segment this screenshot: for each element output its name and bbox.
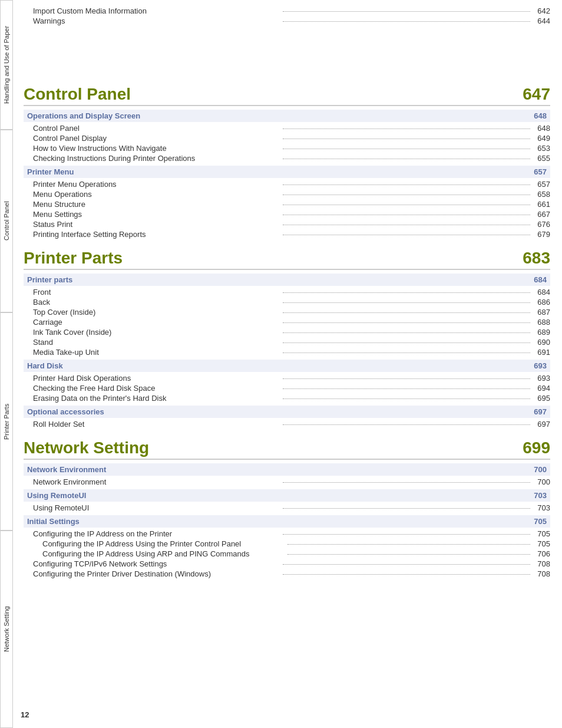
section-entries-initial-settings: Configuring the IP Address on the Printe… bbox=[24, 529, 550, 579]
toc-entry: Menu Settings 667 bbox=[24, 209, 550, 219]
side-tab-printer: Printer Parts bbox=[0, 312, 13, 531]
toc-entry: Configuring the IP Address on the Printe… bbox=[24, 529, 550, 539]
main-content: Import Custom Media Information 642 Warn… bbox=[24, 0, 550, 728]
toc-entry: Media Take-up Unit 691 bbox=[24, 347, 550, 357]
chapter-control-panel: Control Panel 647 bbox=[24, 85, 550, 106]
spacer bbox=[24, 28, 550, 75]
side-tab-handling: Handling and Use of Paper bbox=[0, 0, 13, 130]
chapter-title-text: Control Panel bbox=[24, 85, 131, 104]
toc-entry: Configuring the IP Address Using the Pri… bbox=[24, 539, 550, 549]
toc-entry: Printer Menu Operations 657 bbox=[24, 179, 550, 189]
toc-entry: Roll Holder Set 697 bbox=[24, 419, 550, 429]
toc-entry: Network Environment 700 bbox=[24, 477, 550, 487]
toc-entry: Checking the Free Hard Disk Space 694 bbox=[24, 383, 550, 393]
toc-entry: Menu Structure 661 bbox=[24, 199, 550, 209]
toc-entry: Printer Hard Disk Operations 693 bbox=[24, 373, 550, 383]
side-tabs: Handling and Use of Paper Control Panel … bbox=[0, 0, 16, 728]
chapter-page-number: 647 bbox=[523, 85, 550, 104]
section-entries-hard-disk: Printer Hard Disk Operations 693 Checkin… bbox=[24, 373, 550, 403]
toc-entry: Configuring the IP Address Using ARP and… bbox=[24, 549, 550, 559]
toc-entry: Configuring the Printer Driver Destinati… bbox=[24, 569, 550, 579]
toc-entry: Back 686 bbox=[24, 297, 550, 307]
section-printer-parts: Printer parts 684 bbox=[24, 274, 550, 286]
top-entries: Import Custom Media Information 642 Warn… bbox=[24, 6, 550, 26]
section-entries-remoteui: Using RemoteUI 703 bbox=[24, 503, 550, 513]
toc-entry: Checking Instructions During Printer Ope… bbox=[24, 153, 550, 163]
chapter-printer-parts: Printer Parts 683 bbox=[24, 249, 550, 270]
page-container: Handling and Use of Paper Control Panel … bbox=[0, 0, 562, 728]
toc-entry: Control Panel 648 bbox=[24, 123, 550, 133]
toc-entry: Control Panel Display 649 bbox=[24, 133, 550, 143]
toc-entry: Printing Interface Setting Reports 679 bbox=[24, 229, 550, 239]
section-operations-display: Operations and Display Screen 648 bbox=[24, 110, 550, 122]
toc-entry: Menu Operations 658 bbox=[24, 189, 550, 199]
toc-entry: Front 684 bbox=[24, 287, 550, 297]
side-tab-network: Network Setting bbox=[0, 531, 13, 728]
toc-entry: Configuring TCP/IPv6 Network Settings 70… bbox=[24, 559, 550, 569]
toc-entry: Import Custom Media Information 642 bbox=[24, 6, 550, 16]
section-entries-optional: Roll Holder Set 697 bbox=[24, 419, 550, 429]
toc-entry: Using RemoteUI 703 bbox=[24, 503, 550, 513]
section-optional-accessories: Optional accessories 697 bbox=[24, 406, 550, 418]
toc-entry: Stand 690 bbox=[24, 337, 550, 347]
chapter-network-setting: Network Setting 699 bbox=[24, 439, 550, 460]
section-entries-network-env: Network Environment 700 bbox=[24, 477, 550, 487]
toc-entry: How to View Instructions With Navigate 6… bbox=[24, 143, 550, 153]
chapter-page-number: 683 bbox=[523, 249, 550, 268]
section-hard-disk: Hard Disk 693 bbox=[24, 360, 550, 372]
page-number: 12 bbox=[21, 710, 29, 719]
side-tab-control: Control Panel bbox=[0, 130, 13, 312]
section-initial-settings: Initial Settings 705 bbox=[24, 515, 550, 528]
toc-entry: Carriage 688 bbox=[24, 317, 550, 327]
toc-entry: Warnings 644 bbox=[24, 16, 550, 26]
section-entries-printer-menu: Printer Menu Operations 657 Menu Operati… bbox=[24, 179, 550, 239]
toc-entry: Ink Tank Cover (Inside) 689 bbox=[24, 327, 550, 337]
section-using-remoteui: Using RemoteUI 703 bbox=[24, 489, 550, 502]
chapter-title-text: Printer Parts bbox=[24, 249, 123, 268]
chapter-title-text: Network Setting bbox=[24, 439, 149, 457]
section-entries-operations: Control Panel 648 Control Panel Display … bbox=[24, 123, 550, 163]
section-entries-printer-parts: Front 684 Back 686 Top Cover (Inside) 68… bbox=[24, 287, 550, 357]
toc-entry: Top Cover (Inside) 687 bbox=[24, 307, 550, 317]
toc-entry: Erasing Data on the Printer's Hard Disk … bbox=[24, 393, 550, 403]
section-printer-menu: Printer Menu 657 bbox=[24, 166, 550, 178]
chapter-page-number: 699 bbox=[523, 439, 550, 457]
toc-entry: Status Print 676 bbox=[24, 219, 550, 229]
section-network-environment: Network Environment 700 bbox=[24, 463, 550, 476]
